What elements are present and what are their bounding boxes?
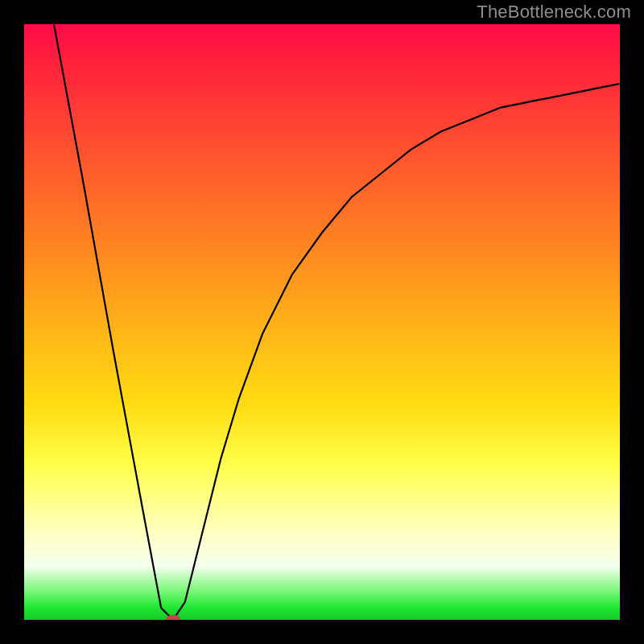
bottleneck-curve (54, 24, 620, 620)
attribution-label: TheBottleneck.com (477, 2, 631, 23)
chart-plot-area (24, 24, 620, 620)
chart-svg (24, 24, 620, 620)
chart-frame: TheBottleneck.com (0, 0, 644, 644)
